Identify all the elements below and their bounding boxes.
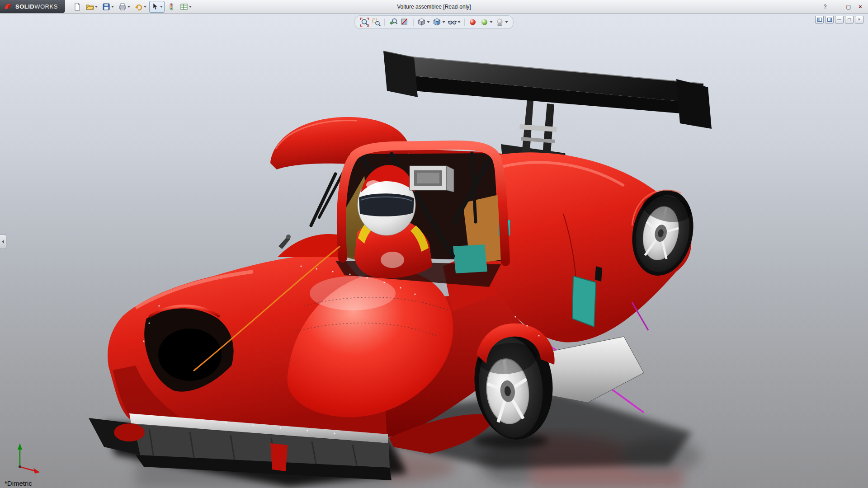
close-doc-button[interactable]: × [855,16,863,23]
toolbar-separator [385,19,385,26]
edit-appearance-button[interactable] [467,17,478,28]
chevron-down-icon[interactable] [443,21,445,23]
restore-button[interactable]: ▢ [844,2,854,11]
open-button[interactable] [84,1,99,13]
zoom-to-fit-button[interactable] [359,17,370,28]
chevron-down-icon[interactable] [458,21,461,23]
pane-left-button[interactable] [815,16,824,23]
heads-up-view-toolbar [355,15,514,29]
solidworks-logo-icon [4,2,13,11]
scene-ball-icon [480,18,489,27]
undo-button[interactable] [133,1,148,13]
chevron-down-icon[interactable] [189,6,192,8]
chevron-down-icon[interactable] [160,6,163,8]
apply-scene-button[interactable] [479,17,494,28]
pane-right-button[interactable] [825,16,834,23]
title-bar: SOLIDWORKS [0,0,868,14]
chevron-down-icon[interactable] [427,21,430,23]
chevron-down-icon[interactable] [127,6,130,8]
3d-scene[interactable] [0,13,868,488]
open-folder-icon [86,3,94,11]
chevron-down-icon[interactable] [505,21,508,23]
help-button[interactable]: ? [820,2,830,11]
minimize-button[interactable]: — [832,2,842,11]
view-cube-icon [417,18,426,27]
feature-tree-splitter[interactable] [0,235,6,249]
previous-view-button[interactable] [388,17,399,28]
new-document-button[interactable] [71,1,83,13]
save-icon [102,3,110,11]
toolbar-separator [413,19,414,26]
main-toolbar [71,1,193,13]
chevron-left-icon [2,240,4,244]
save-button[interactable] [100,1,116,13]
zoom-to-area-button[interactable] [371,17,382,28]
options-grid-icon [180,3,188,11]
select-arrow-icon [151,3,159,11]
print-button[interactable] [117,1,132,13]
chevron-down-icon[interactable] [490,21,493,23]
rebuild-button[interactable] [165,1,177,13]
wing-endplate-left[interactable] [383,51,418,97]
view-orientation-button[interactable] [416,17,431,28]
shadow-sphere-icon [495,18,505,27]
toolbar-separator [464,19,465,26]
section-view-icon [401,18,410,27]
hide-show-items-button[interactable] [447,17,462,28]
rebuild-icon [167,3,175,11]
restore-doc-button[interactable]: ▢ [845,16,854,23]
close-button[interactable]: × [855,2,865,11]
glasses-icon [448,18,457,27]
document-window-controls: — ▢ × [815,16,863,23]
appearance-ball-icon [468,18,477,27]
pane-right-icon [827,18,832,22]
chevron-down-icon[interactable] [111,6,114,8]
chevron-down-icon[interactable] [144,6,146,8]
section-view-button[interactable] [400,17,410,28]
pane-left-icon [817,18,822,22]
solidworks-logo: SOLIDWORKS [0,0,65,13]
rear-view-mirror[interactable] [410,166,454,192]
teal-panel[interactable] [572,276,596,327]
undo-icon [135,3,143,11]
new-document-icon [73,3,81,11]
zoom-area-icon [372,18,381,27]
view-orientation-label: *Dimetric [5,479,32,487]
minimize-doc-button[interactable]: — [835,16,844,23]
app-name: SOLIDWORKS [15,3,58,10]
window-controls: ? — ▢ × [820,0,865,13]
print-icon [118,3,127,11]
display-style-button[interactable] [432,17,446,28]
graphics-area[interactable]: — ▢ × *Dimetric [0,13,868,488]
view-settings-button[interactable] [495,17,509,28]
chevron-down-icon[interactable] [95,6,98,8]
previous-view-icon [389,18,398,27]
zoom-fit-icon [360,18,369,27]
display-style-icon [433,18,442,27]
select-button[interactable] [149,1,165,13]
options-button[interactable] [178,1,193,13]
